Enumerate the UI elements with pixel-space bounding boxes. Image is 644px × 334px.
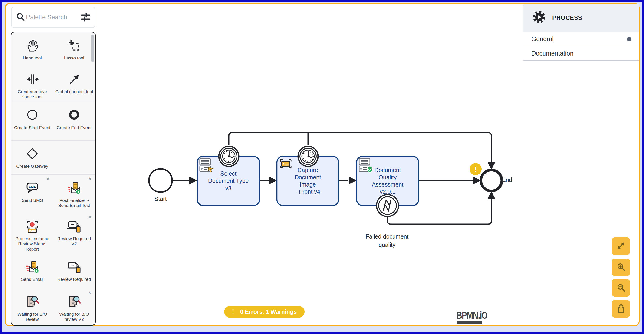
palette-item-send-sms[interactable]: * SMS Send SMS	[12, 175, 53, 213]
lint-status-text: 0 Errors, 1 Warnings	[240, 308, 297, 315]
properties-panel: PROCESS General Documentation	[524, 4, 639, 61]
palette-item-post-finalizer[interactable]: * Post Finalizer - Send Email Test	[53, 175, 95, 213]
palette-item-review-required-v2[interactable]: * Review Required V2	[53, 213, 95, 254]
logo-underline	[456, 322, 482, 324]
palette-item-process-instance-review[interactable]: Process Instance Review Status Report	[12, 213, 53, 254]
palette-scrollbar-thumb[interactable]	[91, 34, 94, 62]
zoom-in-icon	[616, 261, 626, 274]
warning-exclamation-icon: !	[232, 308, 234, 316]
logo-text: BPMN.iO	[456, 310, 488, 321]
palette-item-label: Review Required V2	[54, 236, 94, 247]
palette-search-input[interactable]	[26, 14, 80, 21]
end-event-label: End	[502, 176, 512, 183]
tab-documentation[interactable]: Documentation	[524, 46, 639, 61]
palette-item-create-end-event[interactable]: Create End Event	[53, 102, 95, 140]
tab-modified-indicator	[627, 37, 631, 41]
template-star: *	[88, 214, 91, 222]
error-flow-label: Failed document quality	[352, 232, 422, 249]
selected-element-type: PROCESS	[552, 14, 582, 21]
palette-item-send-email[interactable]: Send Email	[12, 254, 53, 288]
export-button[interactable]	[612, 300, 630, 318]
camera-keyboard-icon	[25, 218, 39, 235]
lint-status-badge[interactable]: ! 0 Errors, 1 Warnings	[224, 306, 304, 318]
palette-item-label: Create Start Event	[14, 125, 50, 130]
filter-sliders-icon[interactable]	[80, 12, 90, 23]
laptop-phone-icon	[67, 218, 81, 235]
share-export-icon	[616, 303, 626, 315]
tab-label: Documentation	[531, 50, 574, 57]
palette-item-space-tool[interactable]: Create/remove space tool	[12, 66, 53, 102]
send-email-icon	[25, 258, 39, 276]
lasso-icon	[67, 37, 81, 54]
palette-item-lasso-tool[interactable]: Lasso tool	[53, 32, 95, 66]
palette-item-label: Process Instance Review Status Report	[13, 236, 52, 252]
palette-item-label: Post Finalizer - Send Email Test	[54, 198, 94, 208]
svg-text:SMS: SMS	[28, 185, 36, 188]
zoom-out-button[interactable]	[612, 279, 630, 296]
palette-item-label: Waiting for B/O review V2	[54, 312, 94, 322]
start-event-icon	[26, 106, 39, 124]
tab-label: General	[531, 36, 554, 43]
template-star: *	[47, 176, 50, 184]
process-gear-play-icon	[532, 10, 546, 25]
laptop-phone-icon	[67, 258, 81, 276]
palette-item-create-gateway[interactable]: Create Gateway	[12, 140, 53, 174]
palette-item-create-start-event[interactable]: Create Start Event	[12, 102, 53, 140]
fit-viewport-button[interactable]	[612, 238, 630, 255]
palette-item-waiting-bo-review[interactable]: Waiting for B/O review	[12, 288, 53, 326]
end-event-icon	[67, 106, 81, 124]
palette-item-label: Review Required	[58, 277, 91, 282]
gateway-icon	[26, 145, 39, 162]
start-event-label: Start	[142, 196, 179, 202]
template-star: *	[88, 290, 91, 297]
warning-exclamation: !	[474, 165, 477, 174]
timer-boundary-event[interactable]	[297, 145, 319, 168]
palette-item-global-connect[interactable]: Global connect tool	[53, 66, 95, 102]
properties-panel-header: PROCESS	[524, 4, 639, 32]
palette-item-label: Hand tool	[23, 56, 42, 60]
zoom-in-button[interactable]	[612, 258, 630, 276]
expand-icon	[616, 240, 626, 252]
bpmn-io-logo[interactable]: BPMN.iO	[456, 310, 495, 324]
doc-magnifier-icon	[67, 293, 81, 310]
send-email-icon	[67, 179, 81, 196]
palette-item-label: Global connect tool	[55, 89, 93, 94]
lint-warning-badge[interactable]: !	[470, 163, 482, 175]
zoom-out-icon	[616, 282, 626, 294]
tab-general[interactable]: General	[524, 32, 639, 46]
palette-item-label: Create Gateway	[16, 164, 48, 169]
sms-bubble-icon: SMS	[25, 179, 39, 196]
palette-item-waiting-bo-review-v2[interactable]: * Waiting for B/O review V2	[53, 288, 95, 326]
hand-icon	[26, 37, 39, 54]
palette-item-label: Lasso tool	[64, 56, 84, 60]
error-boundary-event[interactable]	[376, 194, 400, 218]
palette: Hand tool Lasso tool	[11, 32, 96, 326]
palette-item-label: Send SMS	[22, 198, 43, 203]
palette-search-box	[11, 7, 95, 28]
palette-item-hand-tool[interactable]: Hand tool	[12, 32, 53, 66]
palette-item-label: Send Email	[21, 277, 44, 282]
palette-item-label: Create/remove space tool	[13, 89, 52, 100]
template-star: *	[88, 176, 91, 184]
timer-boundary-event[interactable]	[218, 145, 240, 168]
bpmn-modeler-window: Hand tool Lasso tool	[0, 0, 644, 334]
search-icon	[16, 12, 26, 23]
global-connect-icon	[67, 70, 81, 88]
space-tool-icon	[26, 70, 39, 88]
palette-item-review-required[interactable]: Review Required	[53, 254, 95, 288]
palette-item-label: Waiting for B/O review	[13, 312, 52, 322]
palette-item-label: Create End Event	[57, 125, 92, 130]
doc-magnifier-icon	[25, 293, 39, 310]
